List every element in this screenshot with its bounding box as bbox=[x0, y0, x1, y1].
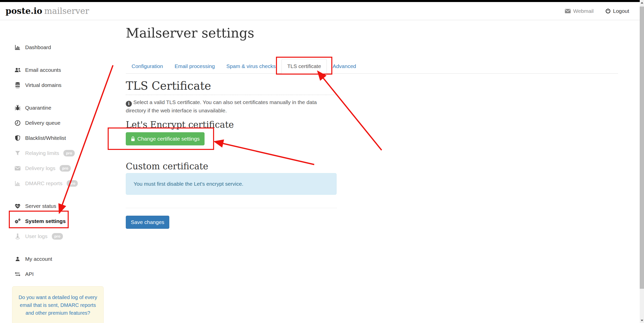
sidebar-item-email-accounts[interactable]: Email accounts bbox=[0, 62, 116, 78]
sidebar-item-label: System settings bbox=[25, 218, 66, 224]
exchange-arrows-icon bbox=[14, 272, 21, 277]
sidebar-item-server-status[interactable]: Server status bbox=[0, 199, 116, 214]
sidebar-item-virtual-domains[interactable]: Virtual domains bbox=[0, 78, 116, 93]
database-icon bbox=[14, 82, 21, 88]
scrollbar-thumb[interactable] bbox=[640, 7, 644, 289]
sidebar-item-label: My account bbox=[25, 256, 52, 262]
sidebar-item-label: Quarantine bbox=[25, 105, 51, 111]
change-certificate-settings-button[interactable]: Change certificate settings bbox=[126, 132, 205, 145]
power-icon bbox=[605, 8, 611, 14]
sidebar-item-label: Virtual domains bbox=[25, 82, 61, 88]
scrollbar-up-button[interactable] bbox=[640, 1, 644, 5]
pro-badge: pro bbox=[60, 165, 71, 172]
up-arrow-icon bbox=[641, 2, 643, 4]
section-heading: TLS Certificate bbox=[126, 80, 337, 95]
tab-configuration[interactable]: Configuration bbox=[126, 59, 169, 74]
webmail-link[interactable]: Webmail bbox=[565, 8, 593, 14]
form-divider bbox=[126, 208, 337, 208]
users-icon bbox=[14, 67, 21, 73]
shield-icon bbox=[14, 135, 21, 141]
sidebar-item-label: Delivery queue bbox=[25, 120, 60, 126]
sidebar-item-quarantine[interactable]: Quarantine bbox=[0, 100, 116, 115]
sidebar-item-label: Dashboard bbox=[25, 44, 51, 50]
filter-icon bbox=[14, 150, 21, 156]
sidebar-nav: Dashboard Email accounts Virtual domains… bbox=[0, 20, 116, 323]
webmail-label: Webmail bbox=[573, 8, 593, 14]
user-icon bbox=[14, 256, 21, 262]
sidebar-item-my-account[interactable]: My account bbox=[0, 251, 116, 267]
app-logo[interactable]: poste.iomailserver bbox=[6, 6, 89, 16]
tab-tls-certificate[interactable]: TLS certificate bbox=[281, 59, 327, 74]
alert-must-disable-lets-encrypt: You must first disable the Let's encrypt… bbox=[126, 173, 337, 195]
logo-secondary: mailserver bbox=[44, 6, 89, 16]
logo-primary: poste.io bbox=[6, 6, 42, 16]
tab-advanced[interactable]: Advanced bbox=[327, 59, 362, 74]
sidebar-item-blacklist-whitelist[interactable]: Blacklist/Whitelist bbox=[0, 131, 116, 146]
sidebar-item-label: Relaying limits bbox=[25, 150, 59, 156]
settings-tabs: Configuration Email processing Spam & vi… bbox=[126, 59, 618, 74]
custom-certificate-heading: Custom certificate bbox=[126, 162, 624, 171]
pro-badge: pro bbox=[52, 233, 63, 240]
sidebar-item-system-settings[interactable]: System settings bbox=[0, 214, 116, 229]
sidebar-item-label: Blacklist/Whitelist bbox=[25, 135, 66, 141]
sidebar-item-dashboard[interactable]: Dashboard bbox=[0, 40, 116, 55]
top-black-strip bbox=[0, 0, 640, 2]
sidebar-item-label: API bbox=[25, 271, 34, 277]
logout-label: Logout bbox=[613, 8, 629, 14]
sidebar-item-label: User logs bbox=[25, 233, 48, 239]
pro-badge: pro bbox=[63, 150, 74, 156]
down-arrow-icon bbox=[641, 320, 643, 321]
sidebar-item-label: Server status bbox=[25, 203, 56, 209]
premium-promo-link[interactable]: Do you want a detailed log of every emai… bbox=[12, 286, 104, 323]
pro-badge: pro bbox=[67, 180, 78, 187]
save-changes-button[interactable]: Save changes bbox=[126, 216, 169, 229]
envelope-icon bbox=[565, 9, 571, 13]
sidebar-item-delivery-logs[interactable]: Delivery logs pro bbox=[0, 161, 116, 176]
street-view-icon bbox=[14, 233, 21, 239]
sidebar-item-relaying-limits[interactable]: Relaying limits pro bbox=[0, 146, 116, 161]
page-title: Mailserver settings bbox=[126, 26, 624, 41]
sidebar-item-label: Email accounts bbox=[25, 67, 61, 73]
bar-chart-icon bbox=[14, 180, 21, 186]
sidebar-item-api[interactable]: API bbox=[0, 267, 116, 282]
bug-icon bbox=[14, 105, 21, 111]
browser-scrollbar[interactable] bbox=[640, 0, 644, 323]
info-icon: i bbox=[126, 101, 132, 107]
tab-email-processing[interactable]: Email processing bbox=[169, 59, 221, 74]
sidebar-item-user-logs[interactable]: User logs pro bbox=[0, 229, 116, 244]
bar-chart-icon bbox=[14, 44, 21, 50]
scrollbar-down-button[interactable] bbox=[640, 318, 644, 322]
clock-icon bbox=[14, 120, 21, 126]
sidebar-item-label: DMARC reports bbox=[25, 180, 62, 186]
heartbeat-icon bbox=[14, 203, 21, 209]
sidebar-item-label: Delivery logs bbox=[25, 165, 55, 171]
info-text: iSelect a valid TLS certificate. You can… bbox=[126, 99, 327, 114]
envelope-icon bbox=[14, 166, 21, 171]
lock-icon bbox=[131, 136, 135, 141]
cogs-icon bbox=[14, 218, 21, 224]
logout-link[interactable]: Logout bbox=[605, 8, 629, 14]
tab-spam-virus-checks[interactable]: Spam & virus checks bbox=[221, 59, 281, 74]
top-header-bar: poste.iomailserver Webmail Logout bbox=[0, 2, 640, 20]
lets-encrypt-heading: Let's Encrypt certificate bbox=[126, 120, 624, 130]
sidebar-item-dmarc-reports[interactable]: DMARC reports pro bbox=[0, 176, 116, 191]
sidebar-item-delivery-queue[interactable]: Delivery queue bbox=[0, 115, 116, 131]
